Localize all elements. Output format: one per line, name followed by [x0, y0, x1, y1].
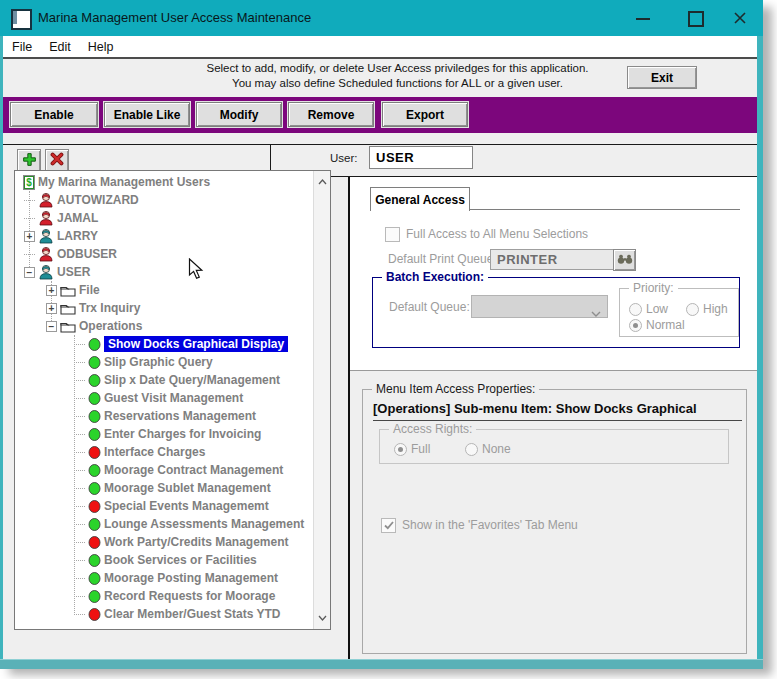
expand-plus-icon[interactable]: +: [46, 303, 57, 314]
full-access-label: Full Access to All Menu Selections: [406, 227, 588, 241]
user-teal-icon: [38, 264, 54, 280]
user-field[interactable]: USER: [369, 146, 473, 169]
chevron-down-icon: [591, 303, 601, 321]
default-queue-dropdown[interactable]: [471, 295, 608, 318]
access-none-radio[interactable]: [465, 443, 478, 456]
batch-execution-label: Batch Execution:: [382, 270, 488, 284]
folder-icon: [60, 302, 76, 315]
tree-item[interactable]: Moorage Posting Management: [15, 569, 313, 587]
tree-item[interactable]: Slip Graphic Query: [15, 353, 313, 371]
priority-low-radio[interactable]: [629, 303, 642, 316]
tree-item[interactable]: −USER: [15, 263, 313, 281]
tree-item[interactable]: Guest Visit Management: [15, 389, 313, 407]
modify-button[interactable]: Modify: [196, 102, 282, 127]
tree-connector: [74, 380, 85, 381]
menu-item-help[interactable]: Help: [88, 40, 114, 54]
minimize-button[interactable]: [634, 10, 652, 26]
tree-item-label: Record Requests for Moorage: [104, 589, 275, 603]
tree-item-label: Trx Inquiry: [79, 301, 140, 315]
tree-scrollbar[interactable]: [313, 171, 330, 629]
chevron-up-icon[interactable]: [316, 176, 328, 188]
priority-high-radio[interactable]: [686, 303, 699, 316]
tree-item-label: Interface Charges: [104, 445, 205, 459]
check-icon: [384, 521, 394, 530]
tree-item[interactable]: +File: [15, 281, 313, 299]
tree-item[interactable]: Moorage Contract Management: [15, 461, 313, 479]
print-queue-lookup-button[interactable]: [613, 249, 636, 271]
close-icon[interactable]: [732, 10, 748, 26]
expand-minus-icon[interactable]: −: [24, 267, 35, 278]
batch-execution-group: Batch Execution: Default Queue: Priority…: [372, 277, 740, 348]
mouse-cursor-icon: [188, 258, 204, 285]
tree-item-label: USER: [57, 265, 90, 279]
dot-red-icon: [88, 536, 101, 549]
enable-button[interactable]: Enable: [10, 102, 98, 127]
tab-general-access[interactable]: General Access: [370, 187, 470, 211]
menu-item-file[interactable]: File: [12, 40, 32, 54]
tree-item[interactable]: +LARRY: [15, 227, 313, 245]
tree-item[interactable]: Reservations Management: [15, 407, 313, 425]
priority-label: Priority:: [629, 281, 678, 295]
priority-normal-radio[interactable]: [629, 319, 642, 332]
add-user-button[interactable]: [17, 149, 41, 172]
dot-green-icon: [88, 572, 101, 585]
access-full-radio[interactable]: [394, 443, 407, 456]
tree-item-label: Slip Graphic Query: [104, 355, 213, 369]
tree-item-label: Book Services or Facilities: [104, 553, 257, 567]
tree-item[interactable]: Interface Charges: [15, 443, 313, 461]
priority-group: Priority: Low High Normal: [619, 288, 739, 337]
tree-item[interactable]: Show Docks Graphical Display: [15, 335, 313, 353]
tree-connector: [74, 560, 85, 561]
tree-item[interactable]: Slip x Date Query/Management: [15, 371, 313, 389]
tree-connector: [74, 542, 85, 543]
menu-separator: [3, 57, 757, 59]
priority-normal-label: Normal: [646, 318, 685, 332]
app-icon: [11, 9, 32, 30]
dot-green-icon: [88, 554, 101, 567]
tree-connector: [74, 596, 85, 597]
tree-item[interactable]: +Trx Inquiry: [15, 299, 313, 317]
delete-user-button[interactable]: [45, 149, 69, 172]
tree-item[interactable]: Special Events Managememt: [15, 497, 313, 515]
tree-item[interactable]: −Operations: [15, 317, 313, 335]
full-access-checkbox[interactable]: [385, 227, 400, 242]
export-button[interactable]: Export: [382, 102, 468, 127]
access-full-label: Full: [411, 442, 430, 456]
access-none-label: None: [482, 442, 511, 456]
user-red-icon: [38, 210, 54, 226]
tree-item[interactable]: Lounge Assessments Management: [15, 515, 313, 533]
tree-item[interactable]: Moorage Sublet Management: [15, 479, 313, 497]
exit-button[interactable]: Exit: [627, 66, 697, 89]
dot-green-icon: [88, 356, 101, 369]
tree-item[interactable]: Book Services or Facilities: [15, 551, 313, 569]
tree-item[interactable]: AUTOWIZARD: [15, 191, 313, 209]
favorites-checkbox[interactable]: [381, 518, 396, 533]
expand-plus-icon[interactable]: +: [24, 231, 35, 242]
tree-connector: [24, 254, 35, 255]
tree-item[interactable]: ODBUSER: [15, 245, 313, 263]
tree-item[interactable]: JAMAL: [15, 209, 313, 227]
access-rights-label: Access Rights:: [389, 422, 476, 436]
expand-minus-icon[interactable]: −: [46, 321, 57, 332]
tree-connector: [74, 614, 85, 615]
tree-item[interactable]: Work Party/Credits Management: [15, 533, 313, 551]
tree-connector: [74, 470, 85, 471]
tree-item-label: Reservations Management: [104, 409, 256, 423]
tree-item-label: Special Events Managememt: [104, 499, 269, 513]
remove-button[interactable]: Remove: [288, 102, 374, 127]
enable-like-button[interactable]: Enable Like: [104, 102, 190, 127]
tree-item-label: Moorage Sublet Management: [104, 481, 271, 495]
chevron-down-icon[interactable]: [316, 612, 328, 624]
binoculars-icon: [617, 253, 633, 268]
menu-item-edit[interactable]: Edit: [49, 40, 71, 54]
tree-item[interactable]: Enter Charges for Invoicing: [15, 425, 313, 443]
print-queue-field[interactable]: PRINTER: [490, 249, 614, 270]
tree-root[interactable]: $My Marina Management Users: [15, 173, 313, 191]
dot-green-icon: [88, 374, 101, 387]
tree-item[interactable]: Record Requests for Moorage: [15, 587, 313, 605]
menu-item-access-properties-label: Menu Item Access Properties:: [372, 382, 539, 396]
expand-plus-icon[interactable]: +: [46, 285, 57, 296]
user-access-tree: $My Marina Management UsersAUTOWIZARDJAM…: [14, 170, 331, 630]
tree-item[interactable]: Clear Member/Guest Stats YTD: [15, 605, 313, 623]
maximize-button[interactable]: [688, 11, 704, 27]
